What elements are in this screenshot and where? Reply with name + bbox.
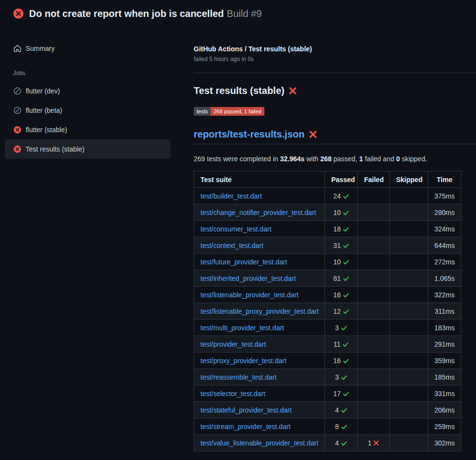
home-icon bbox=[14, 45, 21, 52]
passed-count: 10 bbox=[333, 258, 341, 266]
skipped-cell bbox=[390, 353, 428, 369]
check-icon bbox=[341, 325, 347, 331]
test-suite-link[interactable]: test/inherited_provider_test.dart bbox=[200, 275, 296, 282]
time-value: 644ms bbox=[428, 237, 461, 254]
check-icon bbox=[342, 341, 349, 348]
passed-count: 31 bbox=[333, 242, 341, 249]
check-title-text: Test results (stable) bbox=[194, 85, 284, 96]
cancelled-icon bbox=[14, 107, 21, 114]
failed-cell: 1 bbox=[358, 435, 390, 451]
time-value: 291ms bbox=[428, 336, 461, 353]
check-icon bbox=[343, 226, 349, 232]
badge-label: tests bbox=[194, 107, 211, 116]
test-suite-link[interactable]: test/future_provider_test.dart bbox=[200, 258, 287, 266]
passed-cell: 12 bbox=[325, 303, 358, 320]
jobs-section-label: Jobs bbox=[13, 70, 194, 77]
passed-cell: 3 bbox=[325, 320, 358, 336]
skipped-cell bbox=[390, 336, 428, 353]
skipped-cell bbox=[390, 369, 428, 385]
summary-text: 269 tests were completed in bbox=[194, 155, 280, 163]
failed-cell bbox=[358, 270, 390, 287]
skipped-cell bbox=[390, 385, 428, 402]
test-suite-link[interactable]: test/listenable_proxy_provider_test.dart bbox=[200, 307, 319, 315]
sidebar-item-job[interactable]: flutter (beta) bbox=[5, 101, 170, 120]
skipped-cell bbox=[390, 303, 428, 320]
failed-cell bbox=[358, 188, 390, 204]
time-value: 183ms bbox=[428, 320, 461, 336]
table-row: test/reassemble_test.dart3185ms bbox=[194, 369, 461, 385]
time-value: 359ms bbox=[428, 353, 461, 369]
check-icon bbox=[341, 424, 347, 430]
check-header: Do not create report when job is cancell… bbox=[0, 0, 476, 27]
test-suite-link[interactable]: test/consumer_test.dart bbox=[200, 225, 271, 233]
test-suite-link[interactable]: test/stateful_provider_test.dart bbox=[200, 406, 292, 414]
table-row: test/selector_test.dart17331ms bbox=[194, 385, 461, 402]
skipped-cell bbox=[390, 270, 428, 287]
test-suite-link[interactable]: test/builder_test.dart bbox=[200, 192, 262, 200]
passed-count: 10 bbox=[333, 209, 341, 216]
check-icon bbox=[341, 407, 347, 414]
table-row: test/stream_provider_test.dart8259ms bbox=[194, 418, 461, 435]
table-row: test/multi_provider_test.dart3183ms bbox=[194, 320, 461, 336]
check-icon bbox=[343, 193, 349, 199]
failed-cell bbox=[358, 237, 390, 254]
failed-cell bbox=[358, 303, 390, 320]
test-suite-link[interactable]: test/proxy_provider_test.dart bbox=[200, 357, 286, 365]
test-suite-link[interactable]: test/context_test.dart bbox=[200, 242, 263, 249]
job-label: flutter (dev) bbox=[26, 87, 60, 95]
skipped-cell bbox=[390, 320, 428, 336]
failed-cell bbox=[358, 418, 390, 435]
sidebar-item-job[interactable]: Test results (stable) bbox=[5, 139, 170, 159]
test-suite-link[interactable]: test/provider_test.dart bbox=[200, 340, 266, 348]
failed-cell bbox=[358, 369, 390, 385]
time-value: 331ms bbox=[428, 385, 461, 402]
time-value: 302ms bbox=[428, 435, 461, 451]
passed-count: 24 bbox=[333, 192, 341, 200]
test-suite-link[interactable]: test/selector_test.dart bbox=[200, 390, 265, 398]
passed-cell: 11 bbox=[325, 336, 358, 353]
job-label: Test results (stable) bbox=[26, 145, 84, 153]
skipped-cell bbox=[390, 237, 428, 254]
time-value: 259ms bbox=[428, 418, 461, 435]
failed-cell bbox=[358, 221, 390, 237]
time-value: 272ms bbox=[428, 254, 461, 270]
col-header-passed: Passed bbox=[325, 171, 358, 188]
sidebar-item-job[interactable]: flutter (stable) bbox=[5, 120, 170, 139]
cancelled-icon bbox=[14, 87, 21, 95]
table-row: test/consumer_test.dart18324ms bbox=[194, 221, 461, 237]
passed-count: 12 bbox=[333, 307, 341, 315]
sidebar-item-summary[interactable]: Summary bbox=[5, 40, 170, 57]
col-header-time: Time bbox=[428, 171, 461, 188]
page-title: Do not create report when job is cancell… bbox=[29, 8, 262, 19]
skipped-cell bbox=[390, 418, 428, 435]
skipped-cell bbox=[390, 435, 428, 451]
failed-cell bbox=[358, 254, 390, 270]
skipped-cell bbox=[390, 254, 428, 270]
sidebar: Summary Jobs flutter (dev)flutter (beta)… bbox=[0, 27, 194, 159]
failed-cell bbox=[358, 204, 390, 221]
skipped-cell bbox=[390, 204, 428, 221]
sidebar-item-job[interactable]: flutter (dev) bbox=[5, 81, 170, 101]
table-row: test/listenable_provider_test.dart16322m… bbox=[194, 287, 461, 303]
check-icon bbox=[343, 308, 349, 315]
test-suite-link[interactable]: test/reassemble_test.dart bbox=[200, 373, 276, 381]
time-value: 375ms bbox=[428, 188, 461, 204]
summary-skipped: 0 bbox=[396, 155, 400, 163]
failed-cell bbox=[358, 353, 390, 369]
table-row: test/context_test.dart31644ms bbox=[194, 237, 461, 254]
test-suite-link[interactable]: test/change_notifier_provider_test.dart bbox=[200, 209, 316, 216]
failed-cell bbox=[358, 287, 390, 303]
test-suite-link[interactable]: test/multi_provider_test.dart bbox=[200, 324, 284, 332]
skipped-cell bbox=[390, 287, 428, 303]
passed-cell: 24 bbox=[325, 188, 358, 204]
failed-count: 1 bbox=[368, 439, 372, 447]
report-file-link[interactable]: reports/test-results.json bbox=[194, 129, 305, 140]
passed-count: 16 bbox=[333, 357, 341, 365]
time-value: 311ms bbox=[428, 303, 461, 320]
results-table-body: test/builder_test.dart24375mstest/change… bbox=[194, 188, 461, 451]
test-suite-link[interactable]: test/value_listenable_provider_test.dart bbox=[200, 439, 319, 447]
check-icon bbox=[341, 374, 347, 381]
test-suite-link[interactable]: test/listenable_provider_test.dart bbox=[200, 291, 298, 299]
test-suite-link[interactable]: test/stream_provider_test.dart bbox=[200, 423, 291, 430]
time-value: 324ms bbox=[428, 221, 461, 237]
